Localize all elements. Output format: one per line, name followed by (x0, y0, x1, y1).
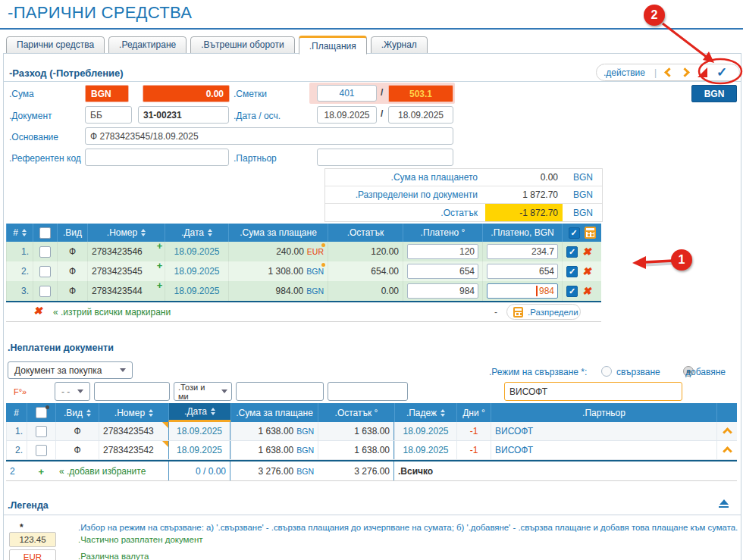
plateno-bgn-input[interactable] (487, 264, 558, 279)
pay-all-checkbox[interactable] (569, 227, 580, 239)
col-header-padej[interactable]: .Падеж (394, 403, 456, 422)
col-header-check[interactable] (27, 403, 55, 422)
action-link[interactable]: .действие (603, 67, 645, 78)
document-number-field[interactable]: 31-00231 (138, 106, 229, 124)
smetka-debit-field[interactable]: 401 (317, 85, 377, 102)
currency-tag: BGN (306, 267, 324, 276)
row-num: 1. (6, 422, 27, 440)
plateno-input[interactable] (407, 244, 478, 259)
chevron-left-icon[interactable] (664, 67, 674, 77)
pay-checkbox[interactable] (566, 286, 578, 297)
row-vid: Ф (55, 441, 99, 459)
add-icon[interactable] (156, 261, 162, 271)
filter-nomer-input[interactable] (94, 382, 170, 401)
col-header-check[interactable] (33, 224, 57, 242)
plateno-input[interactable] (407, 264, 478, 279)
date-doc-field[interactable]: 18.09.2025 (317, 106, 377, 124)
legend-text: .Частично разплатен документ (78, 535, 203, 544)
sort-icon (86, 409, 91, 417)
tab-zhurnal[interactable]: .Журнал (371, 36, 428, 54)
add-selected-icon[interactable] (38, 467, 44, 476)
tab-plashtania[interactable]: .Плащания (299, 36, 367, 55)
footer-vsichko-label: .Всичко (394, 461, 491, 480)
chevron-right-icon[interactable] (680, 67, 690, 77)
row-partner: ВИСОФТ (491, 441, 716, 459)
legend-title: .Легенда (8, 500, 49, 511)
dot-icon (45, 405, 49, 409)
row-checkbox[interactable] (36, 445, 47, 456)
chevron-up-icon[interactable] (723, 427, 732, 437)
suma-value-field[interactable]: 0.00 (143, 85, 230, 102)
table-bottom-line (6, 321, 601, 322)
add-icon[interactable] (156, 281, 162, 290)
col-header-data-active[interactable]: .Дата (168, 403, 230, 422)
tab-parichni-sredstva[interactable]: Парични средства (6, 36, 105, 54)
add-selected-link[interactable]: « .добави избраните (55, 461, 168, 480)
select-all-checkbox[interactable] (39, 227, 51, 239)
referent-label: .Референтен код (9, 153, 81, 164)
document-type-field[interactable]: ББ (85, 106, 132, 124)
summary-label: .Остатък (325, 208, 485, 218)
title-divider (0, 28, 743, 30)
calculator-icon[interactable] (585, 227, 596, 239)
delete-all-link[interactable]: « .изтрий всички маркирани (53, 307, 171, 318)
payments-row-1: 1. Ф 2783423546 18.09.2025 240.00EUR 120… (6, 242, 601, 261)
plateno-bgn-input[interactable] (487, 244, 558, 259)
mode-option-add-label[interactable]: добавяне (685, 367, 726, 377)
smetka-credit-field[interactable]: 503.1 (388, 85, 453, 102)
corner-flag-icon (162, 441, 168, 447)
delete-row-icon[interactable] (582, 265, 591, 277)
delete-row-icon[interactable] (582, 285, 591, 297)
doc-type-select[interactable]: Документ за покупка (8, 361, 133, 379)
collapse-up-icon[interactable] (719, 499, 729, 508)
mode-radio-link[interactable] (601, 366, 612, 377)
summary-value: 1 872.70 (485, 186, 563, 203)
tab-vatreshni-oboroti[interactable]: .Вътрешни обороти (190, 36, 294, 54)
col-header-vid: .Вид (57, 224, 87, 242)
tab-redaktirane[interactable]: .Редактиране (108, 36, 187, 54)
pay-checkbox[interactable] (566, 246, 578, 258)
delete-all-icon[interactable] (33, 305, 42, 317)
add-icon[interactable] (156, 242, 162, 251)
legend-swatch-partial: 123.45 (9, 532, 56, 547)
currency-bgn-button[interactable]: BGN (691, 85, 737, 102)
col-header-num[interactable]: # (6, 224, 33, 242)
row-partner: ВИСОФТ (491, 422, 716, 440)
filter-ostatak-input[interactable] (328, 382, 408, 401)
distribute-button[interactable]: .Разпредели (506, 304, 581, 320)
plateno-input[interactable] (407, 283, 478, 299)
date-acc-field[interactable]: 18.09.2025 (388, 106, 453, 124)
pay-checkbox[interactable] (566, 266, 578, 277)
flag-triangle-icon[interactable] (698, 67, 707, 77)
filter-date-select[interactable]: .Този и ми (174, 382, 232, 401)
referent-field[interactable] (85, 149, 229, 166)
osnovanie-field[interactable]: Ф 2783423545/18.09.2025 (85, 127, 453, 145)
col-header-partner: .Партньор (491, 403, 716, 422)
unpaid-table-footer: 2 « .добави избраните 0 / 0.00 3 276.00B… (6, 461, 737, 480)
row-checkbox[interactable] (39, 286, 51, 297)
partner-field[interactable] (317, 149, 453, 166)
row-suma: 1 638.00BGN (230, 441, 318, 459)
col-header-nomer[interactable]: .Номер (99, 403, 168, 422)
select-all-checkbox[interactable] (36, 407, 47, 418)
mode-option-link-label[interactable]: свързване (616, 367, 660, 377)
filter-partner-input[interactable] (504, 382, 682, 401)
row-ostatak: 1 638.00 (318, 441, 394, 459)
filter-vid-select[interactable]: - - (55, 382, 90, 401)
filter-suma-input[interactable] (236, 382, 324, 401)
confirm-check-icon[interactable] (716, 64, 727, 80)
col-header-nomer[interactable]: .Номер (87, 224, 165, 242)
row-nomer: 2783423545 (87, 261, 165, 281)
row-checkbox[interactable] (39, 266, 51, 277)
col-header-data[interactable]: .Дата (165, 224, 228, 242)
payments-row-2: 2. Ф 2783423545 18.09.2025 1 308.00BGN 6… (6, 261, 601, 281)
row-checkbox[interactable] (39, 246, 51, 258)
row-checkbox[interactable] (36, 426, 47, 437)
delete-row-icon[interactable] (582, 246, 591, 258)
chevron-down-icon (77, 389, 83, 393)
row-dni: -1 (456, 422, 491, 440)
corner-flag-icon (162, 422, 168, 428)
col-header-vid[interactable]: .Вид (55, 403, 99, 422)
chevron-up-icon[interactable] (723, 446, 732, 456)
plateno-bgn-input-focused[interactable] (487, 283, 558, 299)
